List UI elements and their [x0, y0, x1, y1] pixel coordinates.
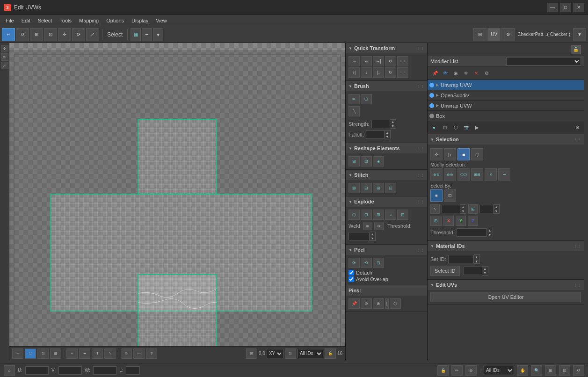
sel-spin2-up[interactable]: ▲ — [494, 205, 499, 209]
sel-loop-btn[interactable]: ⊞ — [468, 204, 478, 214]
menu-options[interactable]: Options — [102, 17, 128, 24]
threshold-spinner[interactable]: 0,01 ▲ ▼ — [348, 232, 376, 241]
sel-spin2-input[interactable]: 1 — [479, 205, 494, 213]
sel-spin2-down[interactable]: ▼ — [494, 209, 499, 213]
mod-eye-btn[interactable]: 👁 — [441, 68, 450, 78]
sel-by-element[interactable]: ■ — [430, 189, 443, 202]
uv-canvas-area[interactable]: ✛ ⬡ ⊡ ▦ ↔ ⬌ ⬍ ⤡ ⟳ ⇔ ⇕ ⊞ 0,0 XY XZ YZ ⊡ A… — [9, 43, 345, 360]
sel-by-smgroup[interactable]: ⊡ — [444, 189, 456, 202]
sel-spin1-input[interactable]: 15,0 — [442, 205, 460, 213]
pins-header[interactable]: Pins: — [346, 285, 427, 296]
object-lock-btn[interactable]: 🔒 — [571, 45, 581, 54]
brush-header[interactable]: ▼ Brush ⋮⋮ — [346, 81, 427, 91]
qt-align-center-h[interactable]: ↔ — [361, 56, 372, 66]
toolbar-settings-btn[interactable]: ⚙ — [501, 28, 515, 41]
reshape-btn1[interactable]: ⊞ — [348, 156, 360, 167]
uv-lock-btn[interactable]: 🔒 — [325, 348, 336, 359]
threshold2-up[interactable]: ▲ — [487, 228, 493, 232]
set-id-spinner[interactable]: ▲ ▼ — [448, 254, 480, 264]
sel-vertex-btn[interactable]: ✛ — [430, 148, 443, 160]
mod-sel-dash[interactable]: ━ — [498, 168, 510, 181]
scene-render-icon[interactable]: 📷 — [462, 123, 471, 132]
bottom-paint-btn[interactable]: ⊕ — [465, 365, 477, 376]
material-ids-header[interactable]: ▼ Material IDs ⋮⋮ — [428, 241, 584, 251]
brush-paint-btn[interactable]: ╲ — [348, 106, 360, 116]
mod-delete-btn[interactable]: ✕ — [472, 68, 481, 78]
uv-scale-v-btn[interactable]: ⬍ — [92, 348, 103, 359]
mod-freeze-btn[interactable]: ❄ — [461, 68, 471, 78]
bottom-snap-btn[interactable]: ✏ — [451, 365, 463, 376]
sel-xyz-grid-btn[interactable]: ⊞ — [430, 216, 442, 226]
uv-ids-select[interactable]: All IDs — [298, 349, 323, 358]
mod-pin-btn[interactable]: 📌 — [430, 68, 440, 78]
object-name-input[interactable]: Box001 — [430, 46, 571, 53]
set-id-down[interactable]: ▼ — [474, 259, 479, 263]
reshape-header[interactable]: ▼ Reshape Elements ⋮⋮ — [346, 143, 427, 153]
strength-spinner[interactable]: 10,0 ▲ ▼ — [371, 119, 396, 129]
mod-sel-ring[interactable]: ⊞⊞ — [471, 168, 483, 181]
mod-sel-contract[interactable]: ⊖⊖ — [444, 168, 456, 181]
threshold-down[interactable]: ▼ — [370, 236, 375, 240]
edit-uvs-header[interactable]: ▼ Edit UVs ⋮⋮ — [428, 280, 584, 290]
qt-rotate-ccw[interactable]: ↺ — [385, 56, 396, 66]
sel-cursor-btn[interactable]: ↖ — [430, 204, 440, 214]
strength-input[interactable]: 10,0 — [371, 120, 390, 128]
threshold-input[interactable]: 0,01 — [348, 232, 370, 240]
bottom-home-btn[interactable]: ⌂ — [4, 365, 15, 376]
menu-file[interactable]: File — [2, 17, 18, 24]
avoid-overlap-checkbox[interactable] — [348, 276, 354, 282]
toolbar-uv-face-btn[interactable]: ▦ — [131, 28, 141, 41]
bottom-undo-btn[interactable]: ↺ — [573, 365, 584, 376]
toolbar-snap-btn[interactable]: ⊡ — [44, 28, 57, 41]
threshold2-spinner[interactable]: 0,025cm ▲ ▼ — [457, 228, 493, 237]
uv-scale2-btn[interactable]: ⤡ — [104, 348, 116, 359]
explode-btn2[interactable]: ⊡ — [361, 210, 372, 220]
bottom-ids-select[interactable]: All IDs — [484, 366, 514, 375]
menu-view[interactable]: View — [152, 17, 171, 24]
uv-loop-sel-btn[interactable]: ⊡ — [37, 348, 49, 359]
toolbar-checker-icon[interactable]: ⊞ — [473, 28, 486, 41]
lt-rotate[interactable]: ⟳ — [1, 53, 8, 61]
window-controls[interactable]: — □ ✕ — [547, 3, 584, 12]
mod-sel-expand[interactable]: ⊕⊕ — [430, 168, 443, 181]
stitch-header[interactable]: ▼ Stitch ⋮⋮ — [346, 170, 427, 180]
falloff-spinner[interactable]: 20,0 ▲ ▼ — [366, 130, 391, 139]
checker-dropdown-btn[interactable]: ▼ — [573, 28, 586, 41]
menu-display[interactable]: Display — [128, 17, 152, 24]
uv-flip-v-btn[interactable]: ⇕ — [146, 348, 157, 359]
menu-edit[interactable]: Edit — [18, 17, 34, 24]
modifier-item-unwrap1[interactable]: ▶ Unwrap UVW — [428, 80, 584, 90]
selection-header[interactable]: ▼ Selection ⋮⋮ — [428, 134, 584, 145]
sel-y-btn[interactable]: Y — [456, 216, 466, 226]
pin-btn2[interactable]: ⊕ — [361, 298, 372, 309]
bottom-magnet-btn[interactable]: 🔒 — [437, 365, 449, 376]
sel-spin1-down[interactable]: ▼ — [460, 209, 466, 213]
toolbar-uv-vert-btn[interactable]: ● — [153, 28, 163, 41]
uv-move-btn[interactable]: ↔ — [66, 348, 78, 359]
toolbar-scale-btn[interactable]: ⤢ — [86, 28, 99, 41]
threshold2-down[interactable]: ▼ — [487, 232, 493, 237]
falloff-down[interactable]: ▼ — [385, 135, 390, 139]
reshape-btn3[interactable]: ◈ — [373, 156, 384, 167]
toolbar-grid-btn[interactable]: ⊞ — [30, 28, 43, 41]
peel-btn1[interactable]: ⟳ — [348, 258, 360, 268]
lt-move[interactable]: ✛ — [1, 45, 8, 52]
bottom-region-btn[interactable]: ⊡ — [559, 365, 570, 376]
reshape-btn2[interactable]: ⊡ — [361, 156, 372, 167]
uv-zoom-fit-btn[interactable]: ⊞ — [246, 348, 257, 359]
pin-btn4[interactable]: | — [385, 298, 389, 309]
qt-align-left[interactable]: |← — [348, 56, 360, 66]
select-id-up[interactable]: ▲ — [482, 267, 488, 271]
uv-scale-h-btn[interactable]: ⬌ — [79, 348, 90, 359]
modifier-item-box[interactable]: Box — [428, 111, 584, 121]
toolbar-select-btn[interactable]: ↩ — [2, 28, 15, 41]
sel-face-btn[interactable]: ■ — [457, 148, 470, 160]
qt-align-top[interactable]: ↑| — [348, 67, 360, 78]
falloff-up[interactable]: ▲ — [385, 130, 390, 135]
explode-header[interactable]: ▼ Explode ⋮⋮ — [346, 196, 427, 207]
stitch-btn3[interactable]: ⊞ — [373, 183, 384, 193]
qt-rotate-cw[interactable]: ↻ — [385, 67, 396, 78]
v-input[interactable] — [58, 366, 82, 375]
uv-select-box-btn[interactable]: ⬡ — [25, 348, 36, 359]
mod-props-btn[interactable]: ⚙ — [482, 68, 491, 78]
